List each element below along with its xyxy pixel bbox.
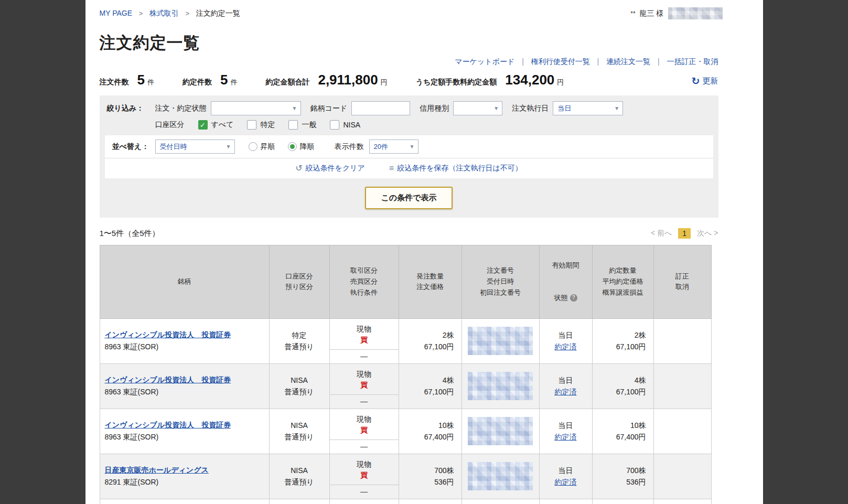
table-header-row: 銘柄 口座区分 預り区分 取引区分 売買区分 執行条件 発注数量 注文価格 注文… <box>100 245 711 319</box>
col-account: 口座区分 預り区分 <box>269 245 329 319</box>
margin-type-select[interactable]: ▼ <box>453 101 502 115</box>
trade-side: 買 <box>330 335 399 346</box>
exec-price: 67,100円 <box>596 386 646 398</box>
exec-price: 67,100円 <box>596 341 646 352</box>
stat-order-count: 注文件数 5 件 <box>100 72 154 88</box>
breadcrumb-mypage[interactable]: MY PAGE <box>100 9 133 17</box>
modify-cancel-cell <box>653 363 711 409</box>
refresh-icon: ↻ <box>692 75 700 87</box>
nav-link-rights-exercise[interactable]: 権利行使受付一覧 <box>531 57 590 66</box>
breadcrumb-stock-trading[interactable]: 株式取引 <box>149 9 179 17</box>
checkbox-unchecked-icon <box>330 120 339 130</box>
status-link[interactable]: 約定済 <box>555 388 577 396</box>
user-id-redacted <box>668 7 723 19</box>
sort-label: 並べ替え： <box>107 142 155 152</box>
order-qty: 700株 <box>402 465 454 476</box>
radio-descending[interactable]: 降順 <box>288 142 315 152</box>
exec-qty: 700株 <box>596 465 646 476</box>
stat-flat-fee-amount: うち定額手数料約定金額 134,200 円 <box>416 72 564 88</box>
sort-key-select[interactable]: 受付日時 ▼ <box>155 140 235 154</box>
stat-label: 約定件数 <box>183 78 212 87</box>
stock-name-link[interactable]: インヴィンシブル投資法人 投資証券 <box>105 376 231 384</box>
checkbox-all[interactable]: ✓ すべて <box>198 120 234 130</box>
next-page-link[interactable]: 次へ > <box>697 229 718 238</box>
nav-link-bulk-cancel[interactable]: 一括訂正・取消 <box>667 57 718 66</box>
submit-row: この条件で表示 <box>105 178 713 209</box>
stock-name-link[interactable]: 日産東京販売ホールディングス <box>105 466 209 474</box>
stock-code-input[interactable] <box>351 101 410 115</box>
col-validity-line1: 有効期間 <box>541 260 591 271</box>
checkbox-tokutei[interactable]: 特定 <box>247 120 275 130</box>
list-icon: ≡ <box>389 164 394 173</box>
exec-qty: 2株 <box>596 329 646 341</box>
account-type: 特定 <box>273 329 326 341</box>
chevron-down-icon: ▼ <box>292 105 297 111</box>
nav-separator: | <box>522 57 524 66</box>
margin-type-label: 信用種別 <box>420 104 449 113</box>
table-row: 日産東京販売ホールディングス 8291 東証(SOR) NISA 普通預り 現物… <box>100 454 711 499</box>
sort-section: 並べ替え： 受付日時 ▼ 昇順 降順 表示件数 20件 <box>105 135 713 178</box>
radio-ascending[interactable]: 昇順 <box>249 142 275 152</box>
exec-date-select[interactable]: 当日 ▼ <box>553 101 623 115</box>
stock-name-link[interactable]: インヴィンシブル投資法人 投資証券 <box>105 330 231 339</box>
chevron-down-icon: ▼ <box>410 144 415 149</box>
trade-side: 買 <box>330 380 399 391</box>
prev-page-link[interactable]: < 前へ <box>651 229 672 238</box>
exec-date-value: 当日 <box>557 104 571 113</box>
checkbox-ippan[interactable]: 一般 <box>288 120 316 130</box>
table-row: インヴィンシブル投資法人 投資証券 8963 東証(SOR) NISA 普通預り… <box>100 363 711 409</box>
stat-value: 2,911,800 <box>318 72 378 88</box>
exec-qty: 4株 <box>596 374 646 386</box>
page-title: 注文約定一覧 <box>100 32 718 54</box>
chevron-down-icon: ▼ <box>226 144 231 149</box>
page-size-select[interactable]: 20件 ▼ <box>369 140 418 154</box>
validity: 当日 <box>543 465 589 476</box>
table-row: インヴィンシブル投資法人 投資証券 8963 東証(SOR) NISA 普通預り… <box>100 409 711 454</box>
show-results-button[interactable]: この条件で表示 <box>365 187 452 209</box>
stat-exec-count: 約定件数 5 件 <box>183 72 237 88</box>
deposit-type: 普通預り <box>273 341 326 352</box>
stat-unit: 件 <box>147 78 154 87</box>
order-state-group: 注文・約定状態 ▼ <box>155 101 301 115</box>
filter-panel: 絞り込み： 注文・約定状態 ▼ 銘柄コード 信用種別 ▼ <box>100 95 718 218</box>
refresh-link[interactable]: ↻ 更新 <box>692 75 718 87</box>
account-type: NISA <box>273 465 326 476</box>
clear-filter-link[interactable]: ↺ 絞込条件をクリア <box>295 163 365 173</box>
stat-label: 注文件数 <box>100 78 129 87</box>
current-page[interactable]: 1 <box>678 228 691 239</box>
account-label: 口座区分 <box>155 120 185 130</box>
status-link[interactable]: 約定済 <box>555 342 577 351</box>
page-content: MY PAGE > 株式取引 > 注文約定一覧 ** 龍三 様 注文約定一覧 マ… <box>85 0 763 504</box>
asc-label: 昇順 <box>261 142 275 152</box>
modify-cancel-cell <box>653 499 711 504</box>
account-type: NISA <box>273 420 326 431</box>
stat-value: 134,200 <box>505 72 554 88</box>
status-link[interactable]: 約定済 <box>555 433 577 441</box>
stock-name-link[interactable]: インヴィンシブル投資法人 投資証券 <box>105 421 231 429</box>
filter-row-1: 絞り込み： 注文・約定状態 ▼ 銘柄コード 信用種別 ▼ <box>105 101 713 115</box>
checkbox-nisa[interactable]: NISA <box>330 120 360 130</box>
narrow-label: 絞り込み： <box>105 104 155 113</box>
col-qty-price: 発注数量 注文価格 <box>399 245 461 319</box>
col-order-number: 注文番号 受付日時 初回注文番号 <box>461 245 539 319</box>
status-link[interactable]: 約定済 <box>555 478 577 486</box>
col-validity-line2: 状態 <box>554 294 568 302</box>
clear-filter-label: 絞込条件をクリア <box>306 164 365 173</box>
nav-separator: | <box>597 57 599 66</box>
pagination-row: 1〜5件（全5件） < 前へ 1 次へ > <box>100 228 718 239</box>
help-icon[interactable]: ? <box>570 294 577 302</box>
modify-cancel-cell <box>653 409 711 454</box>
stock-code: 8963 東証(SOR) <box>105 433 266 442</box>
pager: < 前へ 1 次へ > <box>651 228 718 239</box>
save-filter-link[interactable]: ≡ 絞込条件を保存（注文執行日は不可） <box>389 163 522 173</box>
result-range: 1〜5件（全5件） <box>100 229 160 239</box>
user-info: ** 龍三 様 <box>630 7 722 19</box>
order-qty: 10株 <box>402 420 454 431</box>
stat-value: 5 <box>220 72 228 88</box>
nav-link-continuous-orders[interactable]: 連続注文一覧 <box>606 57 650 66</box>
exec-qty: 10株 <box>596 420 646 431</box>
stock-code-group: 銘柄コード <box>310 101 411 115</box>
breadcrumb-separator: > <box>139 9 143 17</box>
order-state-select[interactable]: ▼ <box>211 101 301 115</box>
nav-link-market-board[interactable]: マーケットボード <box>455 57 514 66</box>
